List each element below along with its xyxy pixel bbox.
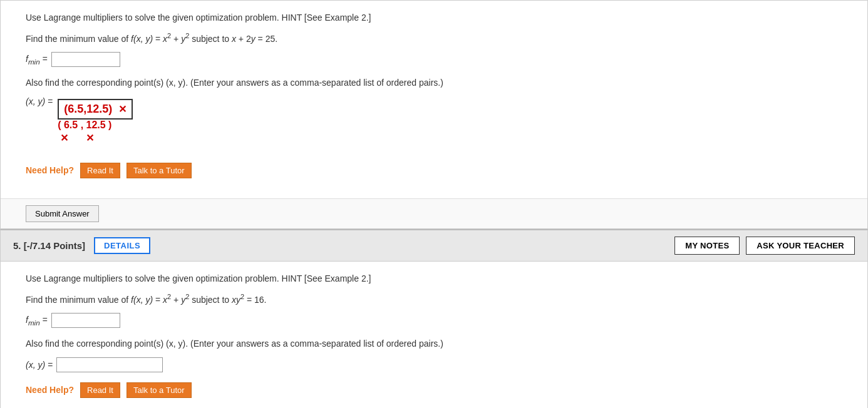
problem5-xy-row: (x, y) = bbox=[26, 357, 855, 372]
problem4-content: Use Lagrange multipliers to solve the gi… bbox=[1, 1, 867, 198]
problem5-content: Use Lagrange multipliers to solve the gi… bbox=[1, 262, 867, 408]
xy-row: (x, y) = (6.5,12.5) ✕ ( 6.5 , 12.5 ) bbox=[26, 96, 855, 153]
answer-display: ( 6.5 , 12.5 ) ✕ ✕ bbox=[58, 120, 133, 144]
problem4-section: Use Lagrange multipliers to solve the gi… bbox=[0, 0, 868, 229]
ask-teacher-button[interactable]: ASK YOUR TEACHER bbox=[746, 237, 855, 255]
problem4-hint: Use Lagrange multipliers to solve the gi… bbox=[26, 11, 855, 24]
problem5-number: 5. [-/7.14 Points] bbox=[13, 240, 85, 251]
problem5-need-help-row: Need Help? Read It Talk to a Tutor bbox=[26, 382, 855, 398]
problem4-also-find: Also find the corresponding point(s) (x,… bbox=[26, 76, 855, 89]
problem4-find-min: Find the minimum value of f(x, y) = x2 +… bbox=[26, 31, 855, 46]
problem5-fmin-label: fmin = bbox=[26, 315, 48, 327]
error-marks: ✕ ✕ bbox=[60, 132, 133, 144]
problem5-also-find: Also find the corresponding point(s) (x,… bbox=[26, 337, 855, 350]
problem5-xy-label: (x, y) = bbox=[26, 360, 53, 370]
answer-input-wrapper: (6.5,12.5) ✕ bbox=[58, 99, 133, 120]
problem5-need-help-label: Need Help? bbox=[26, 385, 74, 395]
problem5-header-right: MY NOTES ASK YOUR TEACHER bbox=[674, 237, 855, 255]
answer-display-value: (6.5,12.5) bbox=[64, 103, 112, 116]
close-icon[interactable]: ✕ bbox=[118, 103, 127, 115]
problem5-talk-tutor-button[interactable]: Talk to a Tutor bbox=[127, 382, 192, 398]
problem5-header-left: 5. [-/7.14 Points] DETAILS bbox=[13, 237, 150, 254]
problem5-read-it-button[interactable]: Read It bbox=[80, 382, 120, 398]
problem5-find-min: Find the minimum value of f(x, y) = x2 +… bbox=[26, 292, 855, 307]
page-wrapper: Use Lagrange multipliers to solve the gi… bbox=[0, 0, 868, 408]
need-help-label: Need Help? bbox=[26, 165, 74, 175]
my-notes-button[interactable]: MY NOTES bbox=[674, 237, 740, 255]
problem5-xy-input[interactable] bbox=[56, 357, 163, 372]
problem5-fmin-row: fmin = bbox=[26, 313, 855, 328]
fmin-label: fmin = bbox=[26, 54, 48, 66]
submit-row: Submit Answer bbox=[1, 198, 867, 228]
answer-values: ( 6.5 , 12.5 ) bbox=[58, 120, 133, 131]
need-help-row: Need Help? Read It Talk to a Tutor bbox=[26, 163, 855, 178]
xy-label: (x, y) = bbox=[26, 96, 53, 106]
problem5-fmin-input[interactable] bbox=[51, 313, 120, 328]
details-button[interactable]: DETAILS bbox=[94, 237, 150, 254]
fmin-input[interactable] bbox=[51, 52, 120, 67]
answer-section: (6.5,12.5) ✕ ( 6.5 , 12.5 ) ✕ ✕ bbox=[58, 99, 133, 144]
talk-tutor-button[interactable]: Talk to a Tutor bbox=[127, 163, 192, 178]
x-mark-1: ✕ bbox=[60, 132, 68, 144]
submit-button[interactable]: Submit Answer bbox=[26, 205, 99, 222]
problem5-section: Use Lagrange multipliers to solve the gi… bbox=[0, 262, 868, 408]
fmin-row: fmin = bbox=[26, 52, 855, 67]
problem5-header: 5. [-/7.14 Points] DETAILS MY NOTES ASK … bbox=[0, 229, 868, 262]
problem5-hint: Use Lagrange multipliers to solve the gi… bbox=[26, 272, 855, 285]
read-it-button[interactable]: Read It bbox=[80, 163, 120, 178]
x-mark-2: ✕ bbox=[86, 132, 94, 144]
